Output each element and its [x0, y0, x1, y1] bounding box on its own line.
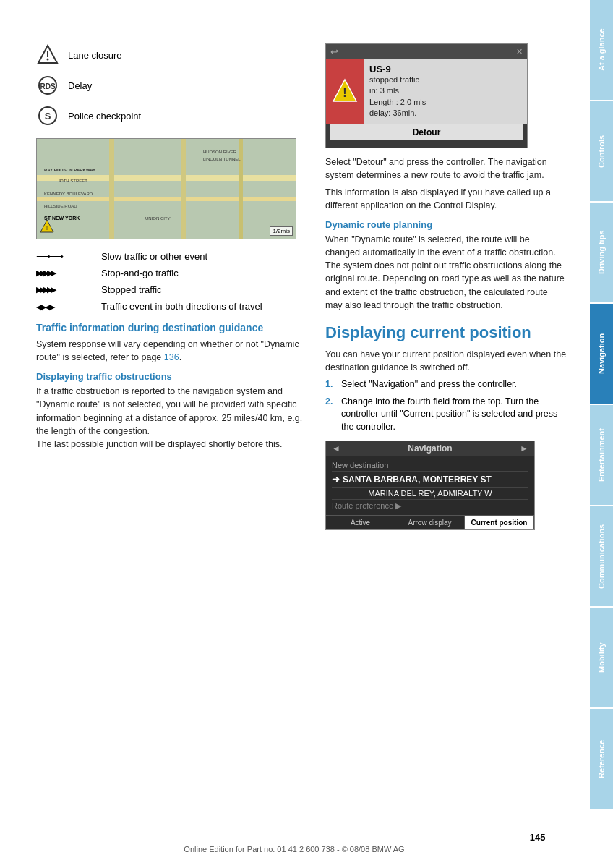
- traffic-screen-body: ! US-9 stopped traffic in: 3 mls Length …: [326, 59, 527, 124]
- stopped-traffic-symbol: ▶▶▶▶▶: [36, 285, 94, 294]
- stop-go-label: Stop-and-go traffic: [101, 268, 179, 278]
- road-name: US-9: [369, 64, 521, 75]
- sidebar-tabs: At a glance Controls Driving tips Naviga…: [590, 0, 613, 810]
- svg-text:UNION CITY: UNION CITY: [145, 216, 171, 221]
- traffic-info-text: System response will vary depending on w…: [36, 338, 311, 364]
- nav-footer-arrow-display[interactable]: Arrow display: [395, 516, 465, 529]
- icon-item-lane-closure: Lane closure: [36, 43, 311, 67]
- svg-text:40TH STREET: 40TH STREET: [59, 179, 87, 183]
- nav-screen-body: New destination ➜ SANTA BARBARA, MONTERR…: [326, 456, 534, 515]
- sidebar-tab-entertainment[interactable]: Entertainment: [590, 405, 613, 505]
- detour-button[interactable]: Detour: [330, 124, 523, 140]
- traffic-warning-icon-area: !: [326, 59, 364, 124]
- nav-screen-header: ◄ Navigation ►: [326, 441, 534, 456]
- svg-text:KENNEDY BOULEVARD: KENNEDY BOULEVARD: [44, 192, 93, 196]
- steps-list: 1. Select "Navigation" and press the con…: [325, 378, 567, 433]
- slow-traffic-row: ⟶⟶ Slow traffic or other event: [36, 250, 311, 262]
- step-1-text: Select "Navigation" and press the contro…: [341, 378, 517, 391]
- bidirectional-row: ◀▶◀▶ Traffic event in both directions of…: [36, 301, 311, 312]
- delay-label: Delay: [68, 80, 92, 91]
- displaying-obstructions-text: If a traffic obstruction is reported to …: [36, 385, 311, 451]
- svg-text:RDS: RDS: [40, 82, 55, 90]
- stopped-traffic-row: ▶▶▶▶▶ Stopped traffic: [36, 284, 311, 295]
- svg-rect-9: [37, 197, 296, 201]
- traffic-status: stopped traffic: [369, 75, 521, 85]
- nav-footer-current-position[interactable]: Current position: [465, 516, 534, 529]
- svg-rect-10: [109, 139, 114, 239]
- traffic-info-heading: Traffic information during destination g…: [36, 322, 311, 333]
- nav-header-title: Navigation: [408, 443, 452, 454]
- icon-item-delay: RDS Delay: [36, 74, 311, 97]
- step-2-text: Change into the fourth field from the to…: [341, 396, 567, 434]
- svg-text:LINCOLN TUNNEL: LINCOLN TUNNEL: [203, 157, 241, 161]
- sidebar-tab-at-a-glance[interactable]: At a glance: [590, 0, 613, 100]
- dynamic-route-heading: Dynamic route planning: [325, 219, 567, 230]
- traffic-delay: delay: 36min.: [369, 108, 521, 119]
- step-1-num: 1.: [325, 378, 335, 391]
- bidirectional-label: Traffic event in both directions of trav…: [101, 301, 262, 312]
- nav-screen-footer: Active Arrow display Current position: [326, 515, 534, 529]
- lane-closure-label: Lane closure: [68, 50, 121, 61]
- traffic-text-area: US-9 stopped traffic in: 3 mls Length : …: [364, 59, 527, 124]
- svg-text:HILLSIDE ROAD: HILLSIDE ROAD: [44, 204, 77, 208]
- svg-text:!: !: [343, 87, 346, 99]
- svg-text:!: !: [46, 224, 48, 231]
- displaying-obstructions-heading: Displaying traffic obstructions: [36, 371, 311, 382]
- nav-header-right-arrow: ►: [520, 443, 528, 454]
- right-column: ↩ ✕ ! US-9 stopped traf: [325, 43, 567, 530]
- page-footer: 145 Online Edition for Part no. 01 41 2 …: [0, 827, 588, 854]
- map-scale: 1/2mis: [270, 226, 293, 236]
- svg-rect-11: [181, 139, 186, 239]
- displaying-position-intro: You can have your current position displ…: [325, 348, 567, 374]
- sidebar-tab-driving-tips[interactable]: Driving tips: [590, 203, 613, 302]
- traffic-screen-header: ↩ ✕: [326, 44, 527, 59]
- nav-destination-1: ➜ SANTA BARBARA, MONTERREY ST: [332, 472, 528, 488]
- stop-go-traffic-row: ▶▶▶▶▶ Stop-and-go traffic: [36, 268, 311, 278]
- nav-dest-arrow: ➜: [332, 474, 340, 485]
- stopped-traffic-label: Stopped traffic: [101, 284, 162, 295]
- nav-screen: ◄ Navigation ► New destination ➜ SANTA B…: [325, 441, 535, 530]
- step-1: 1. Select "Navigation" and press the con…: [325, 378, 567, 391]
- nav-dest-1-text: SANTA BARBARA, MONTERREY ST: [343, 475, 492, 485]
- nav-new-destination: New destination: [332, 459, 528, 472]
- nav-destination-2: MARINA DEL REY, ADMIRALTY W: [332, 488, 528, 500]
- sidebar-tab-reference[interactable]: Reference: [590, 709, 613, 809]
- traffic-distance: in: 3 mls: [369, 85, 521, 96]
- also-displayed-text: This information is also displayed if yo…: [325, 186, 567, 212]
- police-icon: S: [36, 104, 59, 127]
- sidebar-tab-controls[interactable]: Controls: [590, 101, 613, 201]
- traffic-screen: ↩ ✕ ! US-9 stopped traf: [325, 43, 528, 148]
- nav-header-left-arrow: ◄: [332, 443, 340, 454]
- footer-text: Online Edition for Part no. 01 41 2 600 …: [184, 845, 404, 854]
- delay-icon: RDS: [36, 74, 59, 97]
- slow-traffic-label: Slow traffic or other event: [101, 251, 207, 262]
- svg-text:HUDSON RIVER: HUDSON RIVER: [203, 150, 237, 154]
- lane-closure-icon: [36, 43, 59, 67]
- nav-footer-active[interactable]: Active: [326, 516, 395, 529]
- sidebar-tab-navigation[interactable]: Navigation: [590, 304, 613, 404]
- traffic-screen-back-icon: ↩: [330, 46, 338, 57]
- svg-rect-7: [37, 139, 296, 239]
- sidebar-tab-mobility[interactable]: Mobility: [590, 608, 613, 707]
- nav-route-preference: Route preference ▶: [332, 500, 528, 512]
- stop-go-symbol: ▶▶▶▶▶: [36, 268, 94, 278]
- slow-traffic-symbol: ⟶⟶: [36, 250, 94, 262]
- sidebar-tab-communications[interactable]: Communications: [590, 506, 613, 606]
- left-column: Lane closure RDS Delay: [36, 43, 311, 530]
- map-warning-icon: !: [40, 219, 54, 236]
- icon-item-police: S Police checkpoint: [36, 104, 311, 127]
- main-content: Lane closure RDS Delay: [0, 22, 588, 846]
- map-image: BAY HUDSON PARKWAY KENNEDY BOULEVARD HIL…: [36, 138, 296, 239]
- step-2: 2. Change into the fourth field from the…: [325, 396, 567, 434]
- page-136-link[interactable]: 136: [164, 352, 179, 362]
- police-label: Police checkpoint: [68, 111, 141, 122]
- traffic-length: Length : 2.0 mls: [369, 97, 521, 108]
- page-container: At a glance Controls Driving tips Naviga…: [0, 0, 613, 868]
- bidirectional-symbol: ◀▶◀▶: [36, 302, 94, 312]
- traffic-screen-close-icon: ✕: [516, 47, 523, 56]
- svg-text:BAY HUDSON PARKWAY: BAY HUDSON PARKWAY: [44, 168, 95, 172]
- svg-text:S: S: [45, 111, 51, 122]
- svg-rect-12: [239, 139, 243, 239]
- svg-point-2: [47, 59, 49, 61]
- displaying-position-heading: Displaying current position: [325, 323, 567, 342]
